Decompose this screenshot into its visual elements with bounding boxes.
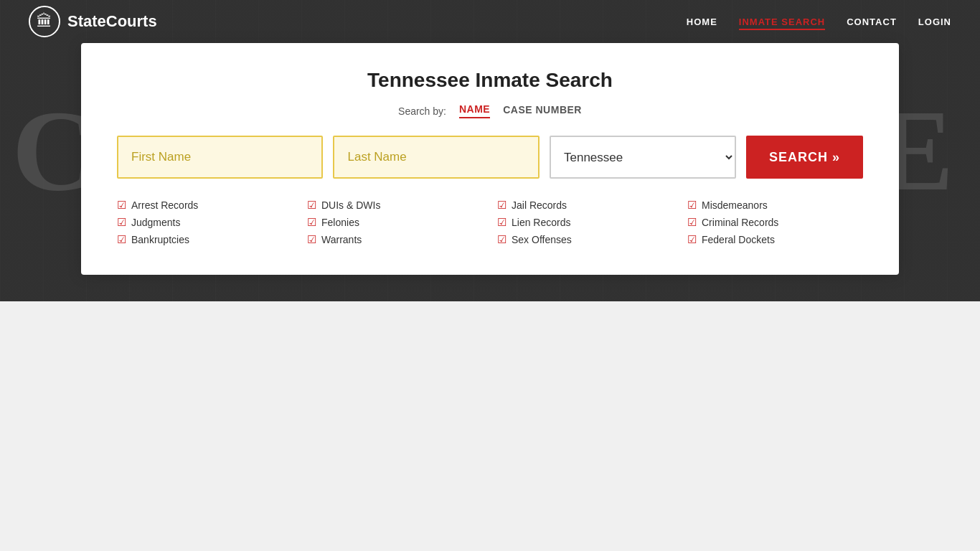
check-item: ☑Criminal Records — [687, 216, 863, 229]
check-item: ☑Felonies — [307, 216, 483, 229]
check-icon: ☑ — [307, 199, 316, 212]
check-icon: ☑ — [497, 216, 507, 229]
checks-grid: ☑Arrest Records☑DUIs & DWIs☑Jail Records… — [117, 199, 863, 246]
check-icon: ☑ — [307, 233, 316, 246]
check-label: Criminal Records — [702, 217, 778, 228]
search-by-label: Search by: — [398, 105, 446, 117]
nav-links: HOME INMATE SEARCH CONTACT LOGIN — [687, 15, 951, 28]
search-card: Tennessee Inmate Search Search by: NAME … — [81, 43, 899, 275]
check-item: ☑Warrants — [307, 233, 483, 246]
check-label: Felonies — [321, 217, 359, 228]
check-label: Jail Records — [512, 199, 567, 211]
check-label: Misdemeanors — [702, 199, 768, 211]
check-icon: ☑ — [497, 233, 507, 246]
check-item: ☑Bankruptcies — [117, 233, 293, 246]
check-icon: ☑ — [117, 216, 126, 229]
check-label: DUIs & DWIs — [321, 199, 380, 211]
nav-home[interactable]: HOME — [687, 17, 717, 27]
check-icon: ☑ — [307, 216, 316, 229]
check-item: ☑Federal Dockets — [687, 233, 863, 246]
state-select[interactable]: Tennessee — [550, 136, 736, 179]
search-title: Tennessee Inmate Search — [117, 69, 863, 92]
first-name-input[interactable] — [117, 136, 323, 179]
nav-contact[interactable]: CONTACT — [847, 17, 897, 27]
check-icon: ☑ — [687, 216, 697, 229]
search-button[interactable]: SEARCH » — [746, 136, 863, 179]
check-icon: ☑ — [687, 199, 697, 212]
brand-name: StateCourts — [67, 12, 157, 31]
check-item: ☑Misdemeanors — [687, 199, 863, 212]
brand-logo[interactable]: 🏛 StateCourts — [29, 6, 157, 37]
check-icon: ☑ — [687, 233, 697, 246]
check-item: ☑Sex Offenses — [497, 233, 673, 246]
nav-inmate-search[interactable]: INMATE SEARCH — [739, 17, 825, 30]
search-by-row: Search by: NAME CASE NUMBER — [117, 103, 863, 118]
check-icon: ☑ — [497, 199, 507, 212]
tab-case-number[interactable]: CASE NUMBER — [503, 104, 582, 118]
check-label: Warrants — [321, 234, 362, 245]
last-name-input[interactable] — [333, 136, 539, 179]
check-item: ☑Jail Records — [497, 199, 673, 212]
hero-section: COURTHOUSE 🏛 StateCourts HOME INMATE SEA… — [0, 0, 980, 301]
check-item: ☑DUIs & DWIs — [307, 199, 483, 212]
check-item: ☑Judgments — [117, 216, 293, 229]
check-icon: ☑ — [117, 199, 126, 212]
tab-name[interactable]: NAME — [459, 103, 490, 118]
check-label: Bankruptcies — [131, 234, 189, 245]
check-label: Federal Dockets — [702, 234, 775, 245]
nav-login[interactable]: LOGIN — [918, 17, 951, 27]
check-item: ☑Lien Records — [497, 216, 673, 229]
check-label: Lien Records — [512, 217, 571, 228]
search-inputs-row: Tennessee SEARCH » — [117, 136, 863, 179]
check-label: Judgments — [131, 217, 180, 228]
check-label: Sex Offenses — [512, 234, 572, 245]
navbar: 🏛 StateCourts HOME INMATE SEARCH CONTACT… — [0, 0, 980, 43]
check-icon: ☑ — [117, 233, 126, 246]
check-label: Arrest Records — [131, 199, 198, 211]
logo-icon: 🏛 — [29, 6, 60, 37]
check-item: ☑Arrest Records — [117, 199, 293, 212]
